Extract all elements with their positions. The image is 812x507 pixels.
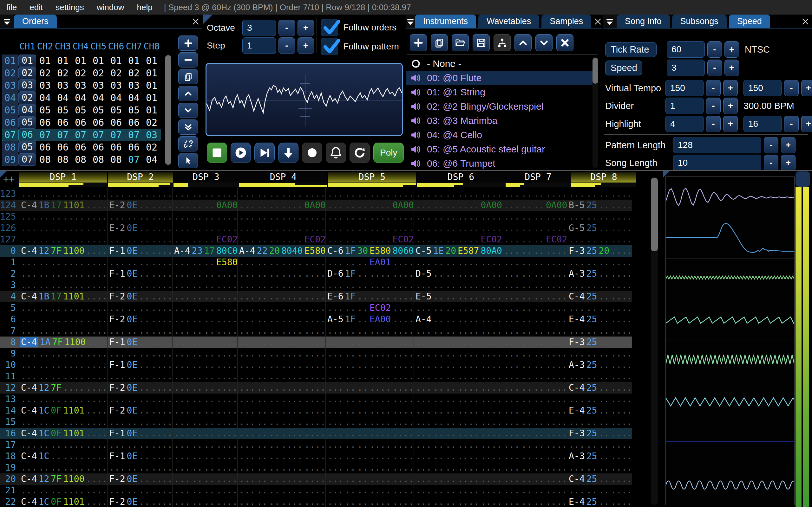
pattern-cell[interactable]: ............... (19, 268, 107, 279)
pattern-cell[interactable]: ............... (237, 428, 325, 439)
pattern-cell[interactable]: ...........0A00 (237, 200, 325, 211)
pattern-cell[interactable]: .......E580 (172, 257, 237, 268)
channel-name[interactable]: DSP 4 (239, 172, 327, 182)
pattern-cell[interactable]: ............... (325, 382, 414, 394)
delete-button[interactable] (556, 34, 573, 51)
order-cell[interactable]: 05 (54, 104, 72, 116)
orders-channel-ch1[interactable]: CH1 (18, 41, 36, 52)
pattern-cell[interactable]: ........... (502, 257, 567, 268)
pattern-cell[interactable]: ........... (107, 279, 172, 291)
close-icon[interactable] (594, 15, 602, 28)
pattern-cell[interactable]: C-4127F1100.... (19, 473, 107, 485)
pattern-cell[interactable]: F-10E...... (107, 245, 172, 257)
tab-instruments[interactable]: Instruments (415, 14, 476, 28)
pattern-cell[interactable]: ........... (172, 268, 237, 279)
pattern-cell[interactable]: ............... (325, 348, 414, 359)
highlight-2-increase-button[interactable]: + (801, 116, 812, 132)
record-button[interactable] (302, 143, 322, 163)
channel-header[interactable]: DSP 6 (417, 172, 505, 187)
pattern-cell[interactable]: ............... (19, 314, 107, 325)
pattern-cell[interactable]: ............... (237, 451, 325, 462)
remove-button[interactable] (178, 52, 198, 67)
pattern-cell[interactable]: ........... (172, 405, 237, 416)
order-cell[interactable]: 02 (125, 67, 143, 79)
order-cell[interactable]: 01 (143, 79, 160, 92)
divider-decrease-button[interactable]: - (706, 98, 721, 114)
pattern-cell[interactable]: ........... (107, 439, 172, 451)
repeat-button[interactable] (350, 143, 370, 163)
order-cell[interactable]: 06 (18, 129, 36, 141)
pattern-scrollbar[interactable] (651, 176, 658, 505)
pattern-cell[interactable]: ............... (414, 439, 502, 451)
pattern-cell[interactable]: ........... (172, 188, 237, 200)
pattern-cell[interactable]: ............... (414, 188, 502, 200)
move-down-button[interactable] (536, 34, 553, 51)
pattern-cell[interactable]: ............... (325, 473, 414, 485)
instrument-item[interactable]: 02: @2 Blingy/Glockenspiel (406, 99, 593, 113)
order-cell[interactable]: 07 (90, 129, 107, 141)
order-cell[interactable]: 05 (36, 104, 54, 116)
pattern-cell[interactable]: ............... (19, 371, 107, 382)
instrument-none-item[interactable]: - None - (406, 56, 593, 71)
tick-rate-decrease-button[interactable]: - (707, 41, 722, 58)
pattern-cell[interactable]: ............... (414, 451, 502, 462)
divider-input[interactable]: 1 (665, 98, 704, 114)
pattern-cell[interactable]: ........... (502, 337, 567, 348)
pattern-cell[interactable]: ............... (325, 359, 414, 371)
pattern-cell[interactable]: ........... (107, 416, 172, 428)
order-cell[interactable]: 07 (36, 129, 54, 141)
add-button[interactable] (410, 34, 427, 51)
order-row-label[interactable]: 05 (2, 104, 18, 116)
orders-scrollbar[interactable] (165, 55, 171, 166)
order-cell[interactable]: 06 (36, 116, 54, 129)
pattern-cell[interactable]: ........... (502, 416, 567, 428)
pattern-cell[interactable]: ........... (172, 302, 237, 314)
channel-header[interactable]: DSP 7 (506, 172, 571, 187)
order-cell[interactable]: 08 (90, 153, 107, 166)
pattern-cell[interactable]: ............... (237, 268, 325, 279)
play-button[interactable] (231, 143, 251, 163)
pattern-cell[interactable]: ........... (107, 188, 172, 200)
pattern-cell[interactable]: ............... (414, 394, 502, 405)
order-cell[interactable]: 01 (18, 55, 36, 67)
song-length-decrease-button[interactable]: - (764, 155, 778, 171)
pattern-cell[interactable]: ........... (172, 359, 237, 371)
pattern-cell[interactable]: ........... (567, 188, 632, 200)
pattern-cell[interactable]: ............... (414, 382, 502, 394)
octave-increase-button[interactable]: + (298, 20, 314, 36)
speed-increase-button[interactable]: + (724, 60, 739, 76)
pattern-cell[interactable]: ............... (237, 222, 325, 234)
channel-name[interactable]: DSP 7 (506, 172, 571, 182)
pattern-cell[interactable]: ............... (237, 188, 325, 200)
pattern-cell[interactable]: ............... (19, 234, 107, 245)
stop-button[interactable] (207, 143, 227, 163)
pattern-cell[interactable]: ........... (567, 394, 632, 405)
metronome-button[interactable] (326, 143, 346, 163)
pattern-cell[interactable]: ........... (502, 268, 567, 279)
order-cell[interactable]: 02 (72, 67, 90, 79)
pattern-cell[interactable]: ........... (107, 348, 172, 359)
menu-settings[interactable]: settings (49, 3, 90, 12)
pattern-cell[interactable]: F-10E...... (107, 428, 172, 439)
channel-name[interactable]: DSP 5 (328, 172, 416, 182)
pattern-cell[interactable]: ........... (107, 211, 172, 222)
pattern-cell[interactable]: F-10E...... (107, 359, 172, 371)
speed-input[interactable]: 3 (667, 60, 705, 76)
order-cell[interactable]: 06 (107, 116, 125, 129)
pattern-cell[interactable]: ........... (567, 325, 632, 337)
select-button[interactable] (178, 153, 198, 168)
channel-header[interactable]: DSP 5 (328, 172, 416, 187)
pattern-cell[interactable]: ............... (237, 405, 325, 416)
pattern-cell[interactable]: E-20E...... (107, 222, 172, 234)
orders-channel-ch7[interactable]: CH7 (125, 41, 143, 52)
pattern-cell[interactable]: F-325...... (567, 428, 632, 439)
octave-decrease-button[interactable]: - (278, 20, 295, 36)
order-cell[interactable]: 01 (143, 67, 160, 79)
channel-name[interactable]: DSP 3 (173, 172, 239, 182)
highlight-2-input[interactable]: 16 (744, 116, 781, 132)
pattern-cell[interactable]: ............... (325, 222, 414, 234)
order-cell[interactable]: 05 (18, 141, 36, 153)
divider-increase-button[interactable]: + (723, 98, 738, 114)
pattern-cell[interactable]: ............... (237, 291, 325, 302)
pattern-cell[interactable]: D-5............ (414, 268, 502, 279)
